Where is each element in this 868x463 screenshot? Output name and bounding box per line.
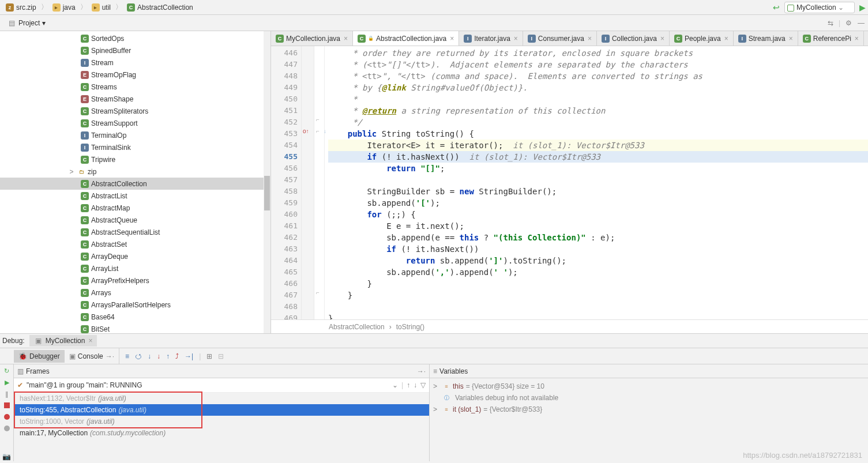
code-line[interactable]: } bbox=[328, 313, 868, 319]
line-number[interactable]: 466 bbox=[271, 278, 298, 289]
stack-frame[interactable]: toString:1000, Vector(java.util) bbox=[14, 416, 429, 427]
project-view-button[interactable]: ▤ Project ▾ bbox=[2, 17, 50, 29]
tree-item[interactable]: ITerminalOp bbox=[0, 129, 270, 141]
dropdown-icon[interactable]: ⌄ bbox=[392, 381, 398, 389]
line-number[interactable]: 447 bbox=[271, 59, 298, 70]
run-config-combo[interactable]: MyCollection ⌄ bbox=[784, 2, 855, 13]
editor-tab[interactable]: IStream.java× bbox=[734, 31, 798, 46]
camera-icon[interactable]: 📷 bbox=[2, 453, 11, 461]
line-number[interactable]: 469 bbox=[271, 313, 298, 319]
breadcrumb-item[interactable]: CAbstractCollection bbox=[123, 2, 197, 13]
nav-back-icon[interactable]: ↩ bbox=[773, 3, 780, 12]
code-line[interactable]: * bbox=[328, 93, 868, 105]
tree-item[interactable]: CAbstractSequentialList bbox=[0, 226, 270, 238]
step-over-icon[interactable]: ⭯ bbox=[135, 352, 142, 360]
close-icon[interactable]: × bbox=[450, 35, 454, 43]
code-line[interactable]: StringBuilder sb = new StringBuilder(); bbox=[328, 186, 868, 197]
line-number[interactable]: 448 bbox=[271, 70, 298, 82]
line-number[interactable]: 454 bbox=[271, 140, 298, 151]
tree-item[interactable]: CAbstractMap bbox=[0, 202, 270, 214]
code-line[interactable]: E e = it.next(); bbox=[328, 220, 868, 232]
code-line[interactable]: for (;;) { bbox=[328, 209, 868, 220]
filter-frames-icon[interactable]: ▽ bbox=[420, 381, 426, 389]
run-to-cursor-icon[interactable]: →| bbox=[185, 352, 193, 360]
fold-end-icon[interactable]: ⌐ bbox=[316, 116, 320, 123]
variables-list[interactable]: >≡this = {Vector@534} size = 10ⓘVariable… bbox=[430, 378, 868, 417]
tree-item[interactable]: CBase64 bbox=[0, 311, 270, 323]
editor-tab[interactable]: IIterator.java× bbox=[459, 31, 523, 46]
tree-item[interactable]: CArrayList bbox=[0, 262, 270, 274]
evaluate-icon[interactable]: ⊞ bbox=[206, 352, 212, 360]
line-number[interactable]: 463 bbox=[271, 243, 298, 255]
tree-item[interactable]: CBitSet bbox=[0, 323, 270, 333]
line-number[interactable]: 451 bbox=[271, 105, 298, 116]
line-number[interactable]: 460 bbox=[271, 209, 298, 220]
close-icon[interactable]: × bbox=[88, 337, 92, 345]
tree-item[interactable]: CStreamSpliterators bbox=[0, 105, 270, 117]
editor-breadcrumb[interactable]: AbstractCollection›toString() bbox=[271, 319, 868, 333]
collapse-icon[interactable]: ⇆ bbox=[826, 18, 835, 28]
thread-selector[interactable]: ✔ "main"@1 in group "main": RUNNING ⌄ | … bbox=[14, 378, 429, 393]
close-icon[interactable]: × bbox=[660, 35, 664, 43]
editor-tab[interactable]: CPeople.java× bbox=[670, 31, 734, 46]
line-number[interactable]: 461 bbox=[271, 220, 298, 232]
variable-row[interactable]: ⓘVariables debug info not available bbox=[433, 392, 865, 404]
code-line[interactable]: * (<tt>"[]"</tt>). Adjacent elements are… bbox=[328, 59, 868, 70]
stack-frame[interactable]: main:17, MyCollection(com.study.mycollec… bbox=[14, 427, 429, 439]
code-area[interactable]: * order they are returned by its iterato… bbox=[325, 46, 868, 319]
line-number[interactable]: 450 bbox=[271, 93, 298, 105]
step-into-icon[interactable]: ↓ bbox=[148, 352, 151, 360]
code-line[interactable]: * @return a string representation of thi… bbox=[328, 105, 868, 116]
show-execution-icon[interactable]: ≡ bbox=[125, 352, 129, 360]
tree-item[interactable]: EStreamShape bbox=[0, 93, 270, 105]
close-icon[interactable]: × bbox=[789, 35, 793, 43]
resume-icon[interactable]: ▶ bbox=[3, 378, 11, 386]
line-number[interactable]: 449 bbox=[271, 82, 298, 93]
tree-item[interactable]: CArrayDeque bbox=[0, 250, 270, 262]
rerun-icon[interactable]: ↻ bbox=[3, 367, 11, 375]
fold-end-icon[interactable]: ⌐ bbox=[316, 289, 320, 296]
code-line[interactable]: sb.append('['); bbox=[328, 197, 868, 209]
close-icon[interactable]: × bbox=[588, 35, 592, 43]
force-step-into-icon[interactable]: ↓ bbox=[157, 352, 160, 360]
debugger-tab[interactable]: 🐞 Debugger bbox=[14, 350, 65, 363]
code-line[interactable]: return sb.append(']').toString(); bbox=[328, 255, 868, 266]
tree-item[interactable]: EStreamOpFlag bbox=[0, 69, 270, 81]
line-number[interactable]: 458 bbox=[271, 186, 298, 197]
code-line[interactable]: Iterator<E> it = iterator(); it (slot_1)… bbox=[328, 140, 868, 151]
tree-item[interactable]: ITerminalSink bbox=[0, 141, 270, 153]
fold-column[interactable]: ⌐ ⌐ ⌐ bbox=[314, 46, 325, 319]
line-number[interactable]: 456 bbox=[271, 163, 298, 174]
prev-frame-icon[interactable]: ↑ bbox=[407, 381, 410, 389]
tree-item[interactable]: CAbstractQueue bbox=[0, 214, 270, 226]
code-line[interactable]: sb.append(',').append(' '); bbox=[328, 266, 868, 278]
line-number[interactable]: 464 bbox=[271, 255, 298, 266]
line-number[interactable]: 453 bbox=[271, 128, 298, 140]
editor-tab[interactable]: CReferencePi× bbox=[798, 31, 864, 46]
breadcrumb-item[interactable]: ▸util bbox=[88, 2, 114, 13]
line-number[interactable]: 459 bbox=[271, 197, 298, 209]
pause-icon[interactable]: ‖ bbox=[3, 390, 11, 398]
fold-start-icon[interactable]: ⌐ bbox=[316, 128, 320, 134]
drop-frame-icon[interactable]: ⤴ bbox=[175, 352, 179, 360]
step-out-icon[interactable]: ↑ bbox=[166, 352, 170, 360]
tree-item[interactable]: CSpinedBuffer bbox=[0, 44, 270, 57]
tree-item[interactable]: CArrayPrefixHelpers bbox=[0, 274, 270, 287]
code-line[interactable]: } bbox=[328, 278, 868, 289]
close-icon[interactable]: × bbox=[724, 35, 728, 43]
close-icon[interactable]: × bbox=[344, 35, 348, 43]
code-line[interactable]: return "[]"; bbox=[328, 163, 868, 174]
line-number[interactable]: 446 bbox=[271, 47, 298, 59]
code-line[interactable]: */ bbox=[328, 116, 868, 128]
close-icon[interactable]: × bbox=[855, 35, 859, 43]
tree-item[interactable]: CSortedOps bbox=[0, 32, 270, 44]
stop-icon[interactable] bbox=[3, 401, 11, 409]
next-frame-icon[interactable]: ↓ bbox=[414, 381, 417, 389]
gear-icon[interactable]: ⚙ bbox=[844, 18, 853, 28]
tree-item[interactable]: CAbstractSet bbox=[0, 238, 270, 250]
line-number[interactable]: 462 bbox=[271, 232, 298, 243]
code-line[interactable]: * by {@link String#valueOf(Object)}. bbox=[328, 82, 868, 93]
breadcrumb-item[interactable]: zsrc.zip bbox=[2, 2, 40, 13]
line-number[interactable]: 465 bbox=[271, 266, 298, 278]
variable-row[interactable]: >≡this = {Vector@534} size = 10 bbox=[433, 381, 865, 392]
